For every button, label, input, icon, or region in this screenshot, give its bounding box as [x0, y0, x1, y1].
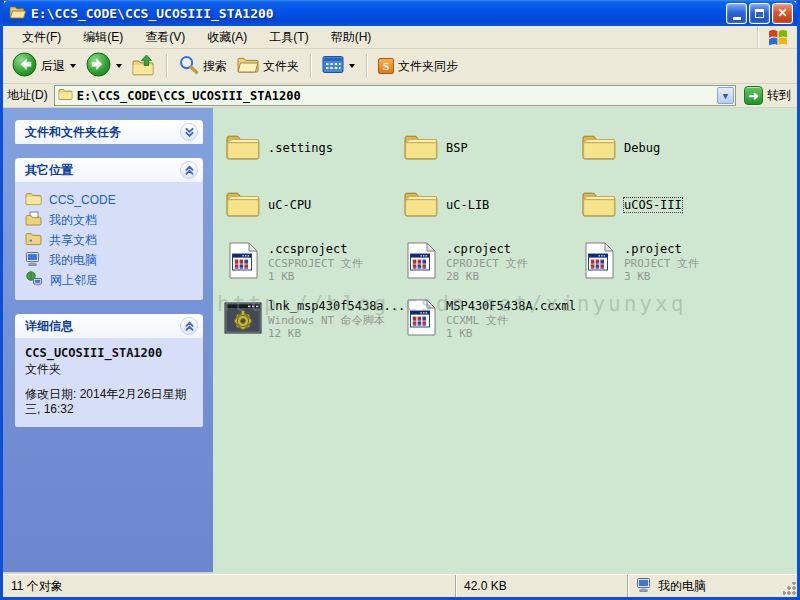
- my-computer-icon: [25, 251, 42, 270]
- status-size: 42.0 KB: [455, 575, 627, 597]
- file-tasks-header[interactable]: 文件和文件夹任务: [15, 120, 203, 144]
- window-title: E:\CCS_CODE\CCS_UCOSIII_STA1200: [31, 6, 726, 21]
- address-value: E:\CCS_CODE\CCS_UCOSIII_STA1200: [77, 89, 713, 103]
- file-name: MSP430F5438A.ccxml: [446, 299, 576, 313]
- file-list-area[interactable]: .settingsBSPDebuguC-CPUuC-LIBuCOS-III.cc…: [213, 108, 797, 574]
- menu-item-file[interactable]: 文件(F): [11, 26, 72, 48]
- search-label: 搜索: [203, 58, 227, 75]
- file-size: 1 KB: [446, 327, 576, 340]
- go-label: 转到: [767, 87, 791, 104]
- details-modified-date: 修改日期: 2014年2月26日星期三, 16:32: [25, 387, 197, 417]
- chevron-double-up-icon[interactable]: [180, 161, 198, 179]
- forward-icon: [86, 52, 111, 80]
- folders-button[interactable]: 文件夹: [234, 54, 302, 79]
- sidebar-item-shared-documents[interactable]: 共享文档: [25, 230, 197, 250]
- place-label: 我的文档: [49, 212, 97, 229]
- menu-item-view[interactable]: 查看(V): [134, 26, 196, 48]
- sidebar-item-ccs-code[interactable]: CCS_CODE: [25, 190, 197, 210]
- maximize-button[interactable]: [749, 3, 770, 24]
- file-tile-uc-cpu-folder[interactable]: uC-CPU: [223, 175, 401, 232]
- folders-label: 文件夹: [263, 58, 299, 75]
- windows-logo-icon: [757, 26, 797, 48]
- tile-text: .settings: [268, 138, 333, 156]
- forward-dropdown-icon[interactable]: [116, 64, 122, 68]
- sidebar-item-network-places[interactable]: 网上邻居: [25, 270, 197, 290]
- menu-items: 文件(F)编辑(E)查看(V)收藏(A)工具(T)帮助(H): [3, 26, 757, 48]
- file-tile-uc-lib-folder[interactable]: uC-LIB: [401, 175, 579, 232]
- views-dropdown-icon[interactable]: [349, 64, 355, 68]
- title-bar[interactable]: E:\CCS_CODE\CCS_UCOSIII_STA1200 ✕: [3, 0, 797, 26]
- menu-item-favorites[interactable]: 收藏(A): [196, 26, 258, 48]
- address-dropdown-button[interactable]: ▼: [717, 87, 734, 104]
- views-icon: [322, 55, 344, 77]
- toolbar: 后退 搜索 文件夹 S 文件夹同步: [3, 49, 797, 84]
- tile-text: Debug: [624, 138, 660, 156]
- chevron-double-down-icon[interactable]: [180, 123, 198, 141]
- close-button[interactable]: ✕: [772, 3, 793, 24]
- script-file-icon: [223, 302, 263, 334]
- back-button[interactable]: 后退: [9, 50, 79, 82]
- tile-text: uC-CPU: [268, 195, 311, 213]
- search-button[interactable]: 搜索: [175, 52, 230, 80]
- file-name: .cproject: [446, 242, 511, 256]
- folder-icon: [58, 88, 73, 104]
- tile-text: .projectPROJECT 文件3 KB: [624, 239, 699, 283]
- file-name: Debug: [624, 141, 660, 155]
- file-tile-ccxml-file[interactable]: MSP430F5438A.ccxmlCCXML 文件1 KB: [401, 289, 579, 346]
- network-places-icon: [25, 271, 43, 290]
- folder-sync-button[interactable]: S 文件夹同步: [375, 56, 461, 77]
- toolbar-separator: [366, 54, 367, 78]
- sidebar-item-my-computer[interactable]: 我的电脑: [25, 250, 197, 270]
- back-dropdown-icon[interactable]: [70, 64, 76, 68]
- file-tile-project-file[interactable]: .projectPROJECT 文件3 KB: [579, 232, 757, 289]
- details-body: CCS_UCOSIII_STA1200 文件夹 修改日期: 2014年2月26日…: [15, 338, 203, 427]
- details-folder-name: CCS_UCOSIII_STA1200: [25, 346, 197, 360]
- go-button[interactable]: ➜ 转到: [742, 86, 793, 105]
- views-button[interactable]: [319, 53, 358, 79]
- forward-button[interactable]: [83, 50, 125, 82]
- file-tile-ccsproject-file[interactable]: .ccsprojectCCSPROJECT 文件1 KB: [223, 232, 401, 289]
- tile-text: BSP: [446, 138, 468, 156]
- file-tile-lnk-script-file[interactable]: lnk_msp430f5438a...Windows NT 命令脚本12 KB: [223, 289, 401, 346]
- file-tile-bsp-folder[interactable]: BSP: [401, 118, 579, 175]
- status-object-count: 11 个对象: [3, 575, 455, 597]
- up-button[interactable]: [129, 52, 158, 81]
- file-name: uC-LIB: [446, 198, 489, 212]
- file-tile-cproject-file[interactable]: .cprojectCPROJECT 文件28 KB: [401, 232, 579, 289]
- resize-grip[interactable]: [783, 582, 796, 595]
- menu-item-edit[interactable]: 编辑(E): [72, 26, 134, 48]
- address-input[interactable]: E:\CCS_CODE\CCS_UCOSIII_STA1200 ▼: [54, 85, 736, 106]
- document-file-icon: [223, 242, 263, 279]
- status-bar: 11 个对象 42.0 KB 我的电脑: [3, 574, 797, 597]
- my-computer-icon: [636, 577, 653, 596]
- folder-icon: [9, 5, 27, 21]
- folders-icon: [237, 56, 259, 77]
- back-icon: [12, 52, 37, 80]
- panel-details: 详细信息 CCS_UCOSIII_STA1200 文件夹 修改日期: 2014年…: [15, 314, 203, 427]
- file-type: CPROJECT 文件: [446, 257, 528, 270]
- menu-item-help[interactable]: 帮助(H): [320, 26, 383, 48]
- minimize-button[interactable]: [726, 3, 747, 24]
- file-tile-debug-folder[interactable]: Debug: [579, 118, 757, 175]
- ccs-code-icon: [25, 192, 42, 209]
- sidebar-item-my-documents[interactable]: 我的文档: [25, 210, 197, 230]
- file-size: 28 KB: [446, 270, 528, 283]
- place-label: CCS_CODE: [49, 193, 116, 207]
- menu-item-tools[interactable]: 工具(T): [258, 26, 319, 48]
- folder-icon: [223, 132, 263, 162]
- other-places-header[interactable]: 其它位置: [15, 158, 203, 182]
- file-name: lnk_msp430f5438a...: [268, 299, 405, 313]
- tile-text: MSP430F5438A.ccxmlCCXML 文件1 KB: [446, 296, 576, 340]
- address-label: 地址(D): [7, 87, 48, 104]
- file-tile-ucos-iii-folder[interactable]: uCOS-III: [579, 175, 757, 232]
- file-name: uC-CPU: [268, 198, 311, 212]
- place-label: 共享文档: [49, 232, 97, 249]
- tile-text: lnk_msp430f5438a...Windows NT 命令脚本12 KB: [268, 296, 401, 340]
- chevron-double-up-icon[interactable]: [180, 317, 198, 335]
- file-name: .project: [624, 242, 682, 256]
- details-header[interactable]: 详细信息: [15, 314, 203, 338]
- tile-text: .ccsprojectCCSPROJECT 文件1 KB: [268, 239, 363, 283]
- file-tile-settings-folder[interactable]: .settings: [223, 118, 401, 175]
- go-arrow-icon: ➜: [744, 86, 763, 105]
- file-tiles: .settingsBSPDebuguC-CPUuC-LIBuCOS-III.cc…: [223, 118, 763, 346]
